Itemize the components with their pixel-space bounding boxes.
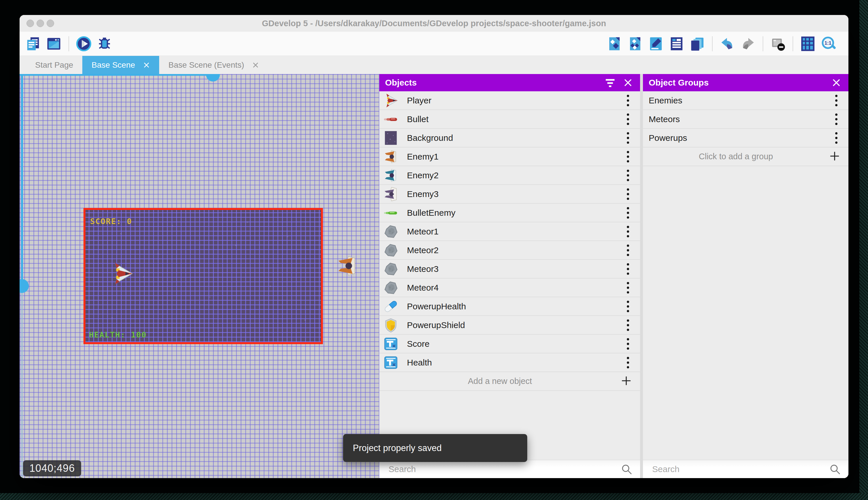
bullet_enemy-sprite-thumbnail [383, 205, 398, 220]
grid-button[interactable] [799, 35, 816, 52]
kebab-menu-icon[interactable] [622, 150, 634, 163]
objects-search-bar [379, 460, 640, 478]
kebab-menu-icon[interactable] [622, 243, 634, 257]
bullet-sprite-thumbnail [383, 112, 398, 127]
group-list-item[interactable]: Powerups [643, 129, 848, 147]
filter-icon[interactable] [604, 76, 617, 89]
enemy1-sprite-thumbnail [383, 149, 398, 164]
close-tab-icon[interactable] [252, 61, 259, 69]
object-item-label: PowerupHealth [407, 302, 622, 311]
object-groups-panel-header: Object Groups [643, 74, 848, 91]
object-item-label: Meteor2 [407, 246, 622, 255]
properties-icon [648, 36, 664, 52]
enemy3-sprite-thumbnail [383, 186, 398, 202]
objects-editor-button[interactable] [606, 35, 623, 52]
groups-list: Enemies Meteors Powerups [643, 91, 848, 147]
zoom-1-1-button[interactable]: 1:1 [820, 35, 837, 52]
layers-button[interactable] [689, 35, 706, 52]
scene-editor-canvas[interactable]: SCORE: 0 HEALTH: 100 1040;496 [20, 74, 379, 478]
object-list-item[interactable]: Meteor2 [379, 241, 640, 260]
object-item-label: BulletEnemy [407, 208, 622, 218]
object-list-item[interactable]: Meteor1 [379, 222, 640, 241]
play-button[interactable] [75, 35, 92, 52]
add-group-row[interactable]: Click to add a group [643, 147, 848, 166]
kebab-menu-icon[interactable] [622, 356, 634, 370]
add-object-row[interactable]: Add a new object [379, 372, 640, 391]
group-item-label: Powerups [649, 133, 831, 143]
meteor-sprite-thumbnail [383, 280, 398, 295]
object-groups-icon [627, 36, 643, 52]
titlebar: GDevelop 5 - /Users/dkarakay/Documents/G… [20, 15, 848, 32]
plus-icon[interactable] [829, 151, 840, 162]
project-manager-button[interactable] [25, 35, 42, 52]
object-list-item[interactable]: Meteor3 [379, 260, 640, 279]
toggle-rendering-button[interactable] [770, 35, 786, 52]
debug-button[interactable] [96, 35, 113, 52]
score-text-instance[interactable]: SCORE: 0 [90, 217, 132, 226]
close-panel-icon[interactable] [622, 76, 634, 89]
object-list-item[interactable]: Enemy3 [379, 185, 640, 204]
kebab-menu-icon[interactable] [831, 112, 842, 126]
kebab-menu-icon[interactable] [622, 206, 634, 220]
kebab-menu-icon[interactable] [622, 299, 634, 314]
object-list-item[interactable]: PowerupHealth [379, 297, 640, 316]
vertical-scrollbar[interactable] [21, 74, 23, 285]
kebab-menu-icon[interactable] [622, 94, 634, 107]
object-list-item[interactable]: Background [379, 129, 640, 147]
object-list-item[interactable]: Enemy2 [379, 166, 640, 185]
objects-editor-icon [607, 36, 622, 52]
kebab-menu-icon[interactable] [622, 225, 634, 238]
object-item-label: Player [407, 95, 622, 105]
close-tab-icon[interactable] [143, 61, 150, 69]
kebab-menu-icon[interactable] [622, 262, 634, 276]
tab-base-scene[interactable]: Base Scene [82, 56, 159, 74]
meteor-sprite-thumbnail [383, 262, 398, 276]
instances-list-button[interactable] [668, 35, 685, 52]
kebab-menu-icon[interactable] [831, 131, 842, 145]
group-list-item[interactable]: Meteors [643, 110, 848, 129]
kebab-menu-icon[interactable] [622, 131, 634, 145]
enemy1-instance[interactable] [336, 254, 359, 278]
plus-icon[interactable] [621, 376, 632, 387]
kebab-menu-icon[interactable] [622, 187, 634, 201]
properties-button[interactable] [647, 35, 664, 52]
kebab-menu-icon[interactable] [622, 337, 634, 351]
toolbar-left-group [25, 35, 113, 52]
groups-search-input[interactable] [643, 460, 848, 478]
kebab-menu-icon[interactable] [622, 112, 634, 126]
object-groups-button[interactable] [627, 35, 644, 52]
vertical-scrollbar-track[interactable] [21, 285, 23, 478]
horizontal-scrollbar-knob[interactable] [206, 74, 220, 81]
vertical-scrollbar-knob[interactable] [20, 279, 29, 293]
object-list-item[interactable]: Enemy1 [379, 147, 640, 166]
redo-button[interactable] [740, 35, 756, 52]
preview-window-button[interactable] [46, 35, 62, 52]
object-groups-panel: Object Groups Enemies Meteors Powerups [643, 74, 848, 478]
tab-base-scene-events[interactable]: Base Scene (Events) [159, 56, 268, 74]
object-list-item[interactable]: Player [379, 91, 640, 110]
toolbar-separator [712, 36, 713, 51]
layers-icon [690, 36, 705, 52]
object-list-item[interactable]: Score [379, 335, 640, 353]
player-instance[interactable] [110, 260, 134, 287]
kebab-menu-icon[interactable] [622, 281, 634, 295]
object-list-item[interactable]: Meteor4 [379, 279, 640, 297]
close-panel-icon[interactable] [830, 76, 843, 89]
group-list-item[interactable]: Enemies [643, 91, 848, 110]
undo-button[interactable] [719, 35, 736, 52]
health-text-instance[interactable]: HEALTH: 100 [89, 330, 147, 339]
toolbar-separator [69, 36, 69, 51]
object-list-item[interactable]: Bullet [379, 110, 640, 129]
object-list-item[interactable]: Health [379, 353, 640, 372]
horizontal-scrollbar[interactable] [20, 74, 213, 76]
kebab-menu-icon[interactable] [831, 94, 842, 107]
toggle-rendering-icon [770, 36, 786, 52]
group-item-label: Enemies [649, 95, 831, 105]
objects-search-input[interactable] [379, 460, 640, 478]
object-list-item[interactable]: PowerupShield [379, 316, 640, 335]
kebab-menu-icon[interactable] [622, 318, 634, 332]
object-list-item[interactable]: BulletEnemy [379, 204, 640, 222]
object-groups-panel-title: Object Groups [649, 78, 825, 88]
tab-start-page[interactable]: Start Page [26, 56, 82, 74]
kebab-menu-icon[interactable] [622, 169, 634, 182]
